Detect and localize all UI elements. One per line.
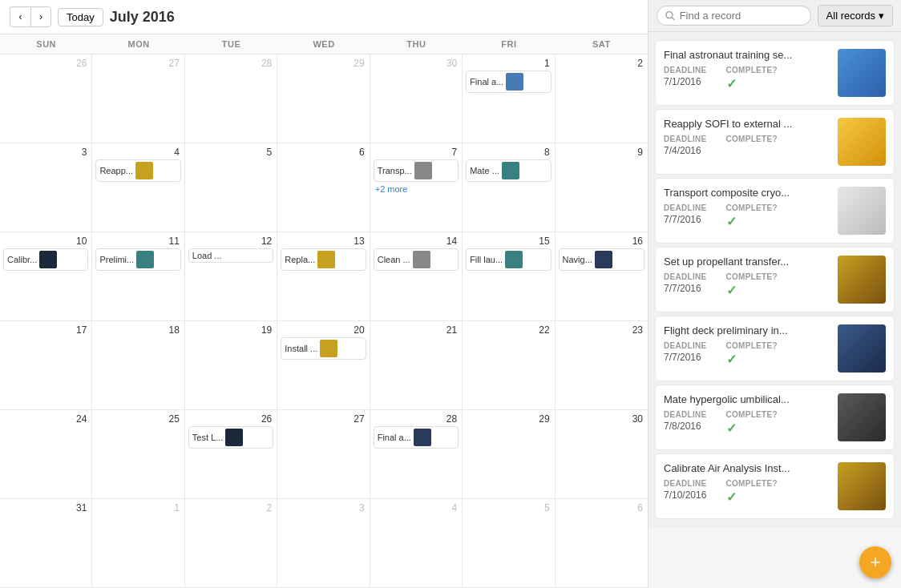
day-cell[interactable]: 28	[185, 54, 277, 143]
day-cell[interactable]: 4Reapp...	[92, 143, 184, 232]
record-card[interactable]: Calibrate Air Analysis Inst...DEADLINE7/…	[655, 453, 895, 519]
day-header-thu: THU	[370, 34, 463, 54]
week-row: 242526Test L...2728Final a...2930	[0, 410, 648, 499]
next-button[interactable]: ›	[30, 6, 51, 27]
calendar-event[interactable]: Calibr...	[3, 248, 88, 271]
search-box[interactable]	[657, 6, 811, 26]
day-cell[interactable]: 2	[556, 54, 648, 143]
add-record-button[interactable]: +	[859, 546, 891, 578]
day-cell[interactable]: 6	[277, 143, 370, 232]
day-cell[interactable]: 31	[0, 499, 92, 587]
calendar-event[interactable]: Fill lau...	[466, 248, 551, 271]
event-thumbnail	[225, 429, 243, 446]
day-cell[interactable]: 28Final a...	[370, 410, 463, 498]
record-thumbnail	[838, 187, 886, 235]
record-card[interactable]: Reapply SOFI to external ...DEADLINE7/4/…	[655, 109, 895, 175]
day-cell[interactable]: 1	[92, 499, 184, 587]
calendar-event[interactable]: Install ...	[281, 337, 366, 360]
event-thumbnail	[414, 162, 432, 179]
right-panel-wrap: All records ▾ Final astronaut training s…	[648, 0, 901, 588]
day-cell[interactable]: 19	[185, 321, 277, 409]
record-meta: DEADLINE7/7/2016COMPLETE?✓	[664, 341, 831, 367]
day-cell[interactable]: 20Install ...	[277, 321, 370, 409]
day-cell[interactable]: 29	[277, 54, 370, 143]
day-cell[interactable]: 30	[370, 54, 463, 143]
day-cell[interactable]: 27	[92, 54, 184, 143]
day-cell[interactable]: 23	[556, 321, 648, 409]
day-cell[interactable]: 27	[277, 410, 370, 498]
calendar-event[interactable]: Transp...	[374, 159, 459, 182]
day-header-fri: FRI	[463, 34, 555, 54]
day-cell[interactable]: 10Calibr...	[0, 232, 92, 320]
complete-label: COMPLETE?	[726, 410, 778, 419]
calendar-event[interactable]: Reapp...	[95, 159, 180, 182]
deadline-label: DEADLINE	[664, 479, 707, 488]
day-cell[interactable]: 26	[0, 54, 92, 143]
calendar-event[interactable]: Mate ...	[466, 159, 551, 182]
day-cell[interactable]: 16Navig...	[556, 232, 648, 320]
record-card[interactable]: Final astronaut training se...DEADLINE7/…	[655, 40, 895, 106]
calendar-event[interactable]: Final a...	[466, 70, 551, 93]
calendar-event[interactable]: Repla...	[281, 248, 366, 271]
records-list: Final astronaut training se...DEADLINE7/…	[648, 32, 901, 527]
day-cell[interactable]: 8Mate ...	[463, 143, 555, 232]
day-number: 29	[281, 58, 366, 69]
day-cell[interactable]: 3	[277, 499, 370, 587]
deadline-value: 7/4/2016	[664, 145, 707, 156]
record-thumbnail	[838, 49, 886, 97]
day-cell[interactable]: 15Fill lau...	[463, 232, 555, 320]
event-thumbnail	[39, 251, 57, 268]
day-cell[interactable]: 6	[556, 499, 648, 587]
day-cell[interactable]: 14Clean ...	[370, 232, 463, 320]
record-card[interactable]: Mate hypergolic umbilical...DEADLINE7/8/…	[655, 385, 895, 450]
day-cell[interactable]: 5	[185, 143, 277, 232]
day-cell[interactable]: 1Final a...	[463, 54, 555, 143]
record-thumbnail	[838, 462, 886, 510]
day-cell[interactable]: 7Transp...+2 more	[370, 143, 463, 232]
calendar-event[interactable]: Prelimi...	[95, 248, 180, 271]
calendar-event[interactable]: Navig...	[559, 248, 644, 271]
day-cell[interactable]: 29	[463, 410, 555, 498]
more-events-link[interactable]: +2 more	[374, 183, 459, 195]
day-cell[interactable]: 4	[370, 499, 463, 587]
record-card[interactable]: Flight deck preliminary in...DEADLINE7/7…	[655, 316, 895, 381]
day-cell[interactable]: 5	[463, 499, 555, 587]
today-button[interactable]: Today	[58, 8, 103, 26]
day-cell[interactable]: 3	[0, 143, 92, 232]
prev-button[interactable]: ‹	[10, 6, 30, 27]
record-info: Final astronaut training se...DEADLINE7/…	[664, 49, 831, 97]
day-number: 21	[374, 324, 459, 336]
day-cell[interactable]: 9	[556, 143, 648, 232]
day-cell[interactable]: 17	[0, 321, 92, 409]
all-records-button[interactable]: All records ▾	[818, 5, 893, 26]
day-number: 28	[374, 413, 459, 425]
event-thumbnail	[506, 73, 523, 91]
day-cell[interactable]: 13Repla...	[277, 232, 370, 320]
day-cell[interactable]: 11Prelimi...	[92, 232, 184, 320]
day-cell[interactable]: 22	[463, 321, 555, 409]
event-thumbnail	[135, 162, 153, 179]
day-cell[interactable]: 24	[0, 410, 92, 498]
day-number: 26	[188, 413, 273, 425]
calendar-event[interactable]: Clean ...	[374, 248, 459, 271]
calendar-event[interactable]: Test L...	[188, 426, 273, 449]
search-input[interactable]	[680, 10, 802, 22]
day-cell[interactable]: 12Load ...	[185, 232, 277, 320]
calendar-event[interactable]: Load ...	[188, 248, 273, 263]
day-cell[interactable]: 2	[185, 499, 277, 587]
day-cell[interactable]: 26Test L...	[185, 410, 277, 498]
day-header-mon: MON	[92, 34, 184, 54]
day-number: 2	[188, 502, 273, 513]
event-thumbnail	[317, 251, 335, 268]
day-number: 10	[3, 236, 88, 247]
week-row: 17181920Install ...212223	[0, 321, 648, 410]
day-cell[interactable]: 30	[556, 410, 648, 498]
calendar-event[interactable]: Final a...	[374, 426, 459, 449]
day-number: 12	[188, 236, 273, 247]
day-cell[interactable]: 25	[92, 410, 184, 498]
record-card[interactable]: Transport composite cryo...DEADLINE7/7/2…	[655, 178, 895, 244]
record-thumbnail	[838, 118, 886, 166]
day-cell[interactable]: 18	[92, 321, 184, 409]
day-cell[interactable]: 21	[370, 321, 463, 409]
record-card[interactable]: Set up propellant transfer...DEADLINE7/7…	[655, 247, 895, 312]
